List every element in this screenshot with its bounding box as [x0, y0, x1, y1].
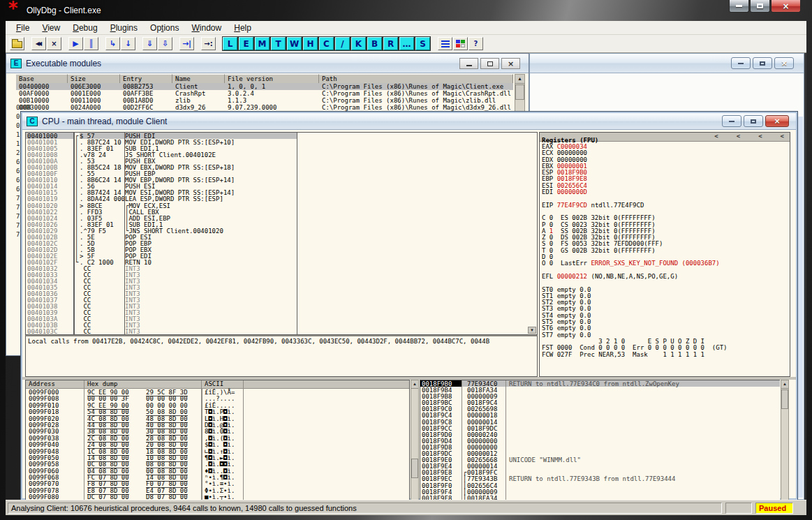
- dump-row[interactable]: 0099F068FC 07 8D 0014 08 8D 00ⁿ•ì.¶◘ì.: [26, 474, 409, 480]
- restart-button[interactable]: ◀◀: [31, 37, 46, 50]
- minimize-button[interactable]: [729, 0, 749, 13]
- register-line[interactable]: ST6 empty 0.0: [542, 325, 790, 331]
- appearance-button[interactable]: [453, 37, 468, 50]
- disasm-row[interactable]: 00401039 CCINT3: [26, 309, 537, 315]
- dump-row[interactable]: 0099F0580C 08 8D 0008 08 8D 00.◘ì.◘◘ì.: [26, 461, 409, 467]
- disasm-row[interactable]: 00401029│.^79 F5└JNS SHORT Client.004010…: [26, 228, 537, 234]
- disasm-row[interactable]: 0040102B│. 5EPOP ESI: [26, 234, 537, 240]
- disasm-row[interactable]: 00401036 CCINT3: [26, 290, 537, 297]
- menu-options[interactable]: Options: [144, 22, 185, 34]
- disasm-row[interactable]: 0040103C CCINT3: [26, 328, 537, 334]
- run-trace-button[interactable]: …: [399, 37, 414, 50]
- cpu-minimize-button[interactable]: [722, 115, 741, 127]
- dump-row[interactable]: 0099F02844 08 8D 0040 08 8D 00D◘ì.@◘ì.: [26, 422, 409, 428]
- bg-minimize-button[interactable]: [731, 57, 751, 69]
- threads-button[interactable]: T: [271, 37, 286, 50]
- menu-help[interactable]: Help: [228, 22, 258, 34]
- close-program-button[interactable]: ×: [47, 37, 61, 50]
- register-line[interactable]: C 0 ES 002B 32bit 0(FFFFFFFF): [542, 214, 790, 221]
- register-line[interactable]: EIP 77E4F9CD ntdll.77E4F9CD: [542, 202, 790, 208]
- stack-row[interactable]: 0018F9F8│0018FA34: [420, 495, 780, 500]
- chevron-left-icon[interactable]: <: [758, 133, 762, 140]
- memory-map-button[interactable]: M: [255, 37, 270, 50]
- windows-list-button[interactable]: [438, 37, 452, 50]
- register-line[interactable]: EBP 0018F9E8: [542, 175, 790, 181]
- stack-row[interactable]: 0018F9C400000018: [420, 412, 780, 418]
- disasm-row[interactable]: 0040100A│. 53PUSH EBX: [26, 158, 537, 164]
- register-line[interactable]: ST7 empty 0.0: [542, 332, 790, 338]
- open-file-button[interactable]: [10, 37, 24, 50]
- scrollbar-thumb[interactable]: [515, 84, 524, 100]
- disasm-row[interactable]: 0040100F│. 55PUSH EBP: [26, 170, 537, 177]
- log-window-button[interactable]: L: [223, 37, 237, 50]
- scrollbar-thumb[interactable]: [781, 389, 788, 409]
- stack-row[interactable]: 0018F9B800000009: [420, 393, 780, 399]
- module-row[interactable]: 00B300000024A00000D2FF6Cd3dx9_269.07.239…: [16, 104, 513, 111]
- disasm-row[interactable]: 00401037 CCINT3: [26, 297, 537, 303]
- stack-row[interactable]: 0018F9C000265698: [420, 406, 780, 412]
- dump-row[interactable]: 0099F01854 08 8D 0050 08 8D 00T◘ì.P◘ì.: [26, 408, 409, 415]
- step-over-button[interactable]: ↓: [121, 37, 135, 50]
- register-line[interactable]: Z 0 DS 002B 32bit 0(FFFFFFFF): [542, 234, 790, 240]
- dump-row[interactable]: 0099F03038 08 8D 0030 08 8D 008◘ì.0◘ì.: [26, 428, 409, 434]
- disasm-row[interactable]: 00401000┌$ 57PUSH EDI: [26, 133, 537, 139]
- register-line[interactable]: ST0 empty 0.0: [542, 286, 790, 292]
- hex-dump-pane[interactable]: AddressHex dumpASCII 0099F0009C EE 90 00…: [25, 380, 410, 500]
- stack-row[interactable]: 0018F9B40018FA34: [420, 387, 780, 393]
- chevron-left-icon[interactable]: <: [714, 133, 718, 140]
- cpu-window[interactable]: C CPU - main thread, module Client × ▼ 0…: [21, 112, 797, 500]
- dump-row[interactable]: 0099F04024 08 8D 0020 08 8D 00$◘ì. ◘ì.: [26, 441, 409, 447]
- scrollbar-thumb[interactable]: [411, 459, 418, 478]
- register-line[interactable]: D 0: [542, 253, 790, 260]
- dump-row[interactable]: 0099F0382C 08 8D 0028 08 8D 00,◘ì.(◘ì.: [26, 435, 409, 441]
- register-line[interactable]: EFL 00000212 (NO,NB,NE,A,NS,PO,GE,G): [542, 273, 790, 279]
- register-line[interactable]: T 0 GS 002B 32bit 0(FFFFFFFF): [542, 247, 790, 253]
- close-button[interactable]: ×: [771, 0, 801, 13]
- stack-row[interactable]: 0018F9E400000014: [420, 463, 780, 469]
- modules-col-file-version[interactable]: File version: [225, 74, 319, 83]
- stack-row[interactable]: 0018F9BC0018F9C4: [420, 399, 780, 406]
- scroll-up-icon[interactable]: ▲: [411, 380, 418, 389]
- stack-scrollbar[interactable]: ▲: [781, 380, 789, 500]
- dump-col-hex-dump[interactable]: Hex dump: [84, 380, 202, 388]
- disasm-row[interactable]: 00401024│. 03F5│ADD ESI,EBP: [26, 215, 537, 221]
- run-button[interactable]: ▶: [68, 37, 83, 50]
- disasm-row[interactable]: 00401001│. 8B7C24 10MOV EDI,DWORD PTR SS…: [26, 139, 537, 145]
- scroll-up-icon[interactable]: ▲: [515, 75, 524, 84]
- disasm-row[interactable]: 00401010│. 8B6C24 14MOV EBP,DWORD PTR SS…: [26, 177, 537, 183]
- disasm-row[interactable]: 00401022│. FFD3│CALL EBX: [26, 209, 537, 215]
- dump-row[interactable]: 0099F0204C 08 8D 0048 08 8D 00L◘ì.H◘ì.: [26, 415, 409, 422]
- background-window-titlebar[interactable]: ×: [530, 54, 804, 73]
- menu-window[interactable]: Window: [185, 22, 228, 34]
- go-to-address-button[interactable]: →:: [201, 37, 216, 50]
- modules-minimize-button[interactable]: [459, 58, 478, 69]
- stack-row[interactable]: 0018F9F0│002656C4: [420, 482, 780, 489]
- source-button[interactable]: S: [415, 37, 430, 50]
- call-stack-button[interactable]: K: [351, 37, 366, 50]
- register-line[interactable]: EBX 00000001: [542, 163, 790, 169]
- dump-col-blank[interactable]: [244, 380, 409, 388]
- disasm-row[interactable]: 0040103A CCINT3: [26, 315, 537, 322]
- maximize-button[interactable]: [750, 0, 770, 13]
- dump-row[interactable]: 0099F06004 08 8D 0000 08 8D 00♦◘ì..◘ì.: [26, 468, 409, 474]
- register-line[interactable]: ST4 empty 0.0: [542, 312, 790, 318]
- executable-modules-button[interactable]: E: [239, 37, 253, 50]
- dump-header[interactable]: AddressHex dumpASCII: [26, 380, 409, 389]
- register-line[interactable]: 3 2 1 0 E S P U O Z D I: [542, 338, 790, 344]
- cpu-restore-button[interactable]: [744, 115, 763, 127]
- modules-restore-button[interactable]: [480, 58, 499, 69]
- dump-col-address[interactable]: Address: [26, 380, 84, 388]
- stack-pane[interactable]: 0018F9B077E934C0RETURN to ntdll.77E934C0…: [420, 380, 780, 500]
- stack-row[interactable]: 0018F9F4│00000009: [420, 489, 780, 495]
- register-line[interactable]: ST3 empty 0.0: [542, 305, 790, 311]
- cpu-titlebar[interactable]: C CPU - main thread, module Client ×: [22, 113, 796, 130]
- step-into-button[interactable]: ↳: [105, 37, 120, 50]
- menu-view[interactable]: View: [36, 22, 66, 34]
- stack-row[interactable]: 0018F9E000265668UNICODE "WINMM.dll": [420, 456, 780, 463]
- disasm-row[interactable]: 0040100B│. 8B5C24 18MOV EBX,DWORD PTR SS…: [26, 164, 537, 170]
- module-row[interactable]: 00AF00000001E00000AFF3BECrashRpt3.0.2.4C…: [16, 90, 513, 97]
- register-line[interactable]: [542, 208, 790, 214]
- references-button[interactable]: R: [383, 37, 398, 50]
- register-line[interactable]: FCW 027F Prec NEAR,53 Mask 1 1 1 1 1 1: [542, 351, 790, 357]
- patches-button[interactable]: /: [335, 37, 350, 50]
